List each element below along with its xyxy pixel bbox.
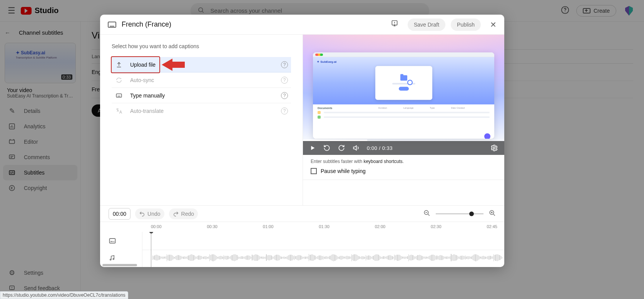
- zoom-in-icon[interactable]: [489, 210, 496, 218]
- time-label: 02:00: [375, 224, 386, 229]
- time-label: 02:45: [487, 224, 497, 229]
- help-icon[interactable]: ?: [281, 108, 288, 114]
- upload-icon: [115, 61, 123, 68]
- playhead[interactable]: [151, 232, 151, 267]
- save-draft-button[interactable]: Save Draft: [408, 18, 445, 31]
- caption-method-prompt: Select how you want to add captions: [112, 43, 291, 49]
- option-type-manually[interactable]: Type manually ?: [112, 88, 291, 103]
- option-label: Auto-translate: [130, 108, 274, 114]
- zoom-slider[interactable]: [436, 213, 483, 214]
- player-time: 0:00 / 0:33: [367, 145, 393, 151]
- publish-button[interactable]: Publish: [451, 18, 481, 31]
- redo-button[interactable]: Redo: [169, 208, 198, 219]
- svg-point-20: [113, 259, 114, 260]
- play-button[interactable]: [309, 144, 316, 151]
- status-bar-url: https://studio.youtube.com/video/DbuveOe…: [0, 291, 128, 299]
- option-label: Type manually: [130, 92, 274, 99]
- zoom-out-icon[interactable]: [423, 210, 430, 218]
- option-auto-sync[interactable]: Auto-sync ?: [112, 72, 291, 88]
- help-icon[interactable]: ?: [281, 61, 288, 68]
- svg-point-15: [493, 147, 495, 149]
- option-upload-file[interactable]: Upload file ?: [112, 57, 291, 72]
- annotation-arrow: [161, 55, 186, 75]
- video-preview: SubEasy.ai Documents DurationLanguageTyp…: [303, 35, 504, 155]
- keyboard-shortcuts-link[interactable]: keyboard shortcuts: [363, 159, 402, 164]
- rewind-10-icon[interactable]: [323, 144, 331, 152]
- timecode-field[interactable]: 00:00: [109, 208, 130, 220]
- preview-app-window: SubEasy.ai Documents DurationLanguageTyp…: [313, 52, 494, 139]
- time-label: 00:30: [207, 224, 217, 229]
- autosync-icon: [115, 77, 123, 84]
- volume-icon[interactable]: [352, 144, 360, 152]
- close-button[interactable]: ✕: [490, 20, 497, 29]
- time-label: 00:00: [151, 224, 162, 229]
- undo-button[interactable]: Undo: [135, 208, 164, 219]
- pause-while-typing-checkbox[interactable]: [311, 168, 317, 174]
- subtitle-editor-modal: French (France) Save Draft Publish ✕ Sel…: [100, 15, 504, 267]
- forward-10-icon[interactable]: [338, 144, 345, 152]
- pause-label: Pause while typing: [321, 168, 366, 174]
- svg-marker-13: [162, 59, 185, 71]
- option-label: Auto-sync: [130, 77, 274, 83]
- report-icon[interactable]: [391, 20, 398, 29]
- translate-icon: [115, 108, 123, 114]
- svg-point-12: [394, 24, 395, 25]
- subtitles-icon: [108, 22, 116, 28]
- option-label: Upload file: [130, 62, 274, 68]
- option-auto-translate[interactable]: Auto-translate ?: [112, 103, 291, 119]
- modal-title: French (France): [122, 20, 385, 29]
- svg-rect-14: [116, 94, 122, 97]
- keyboard-hint: Enter subtitles faster with keyboard sho…: [303, 155, 504, 164]
- svg-rect-18: [110, 239, 115, 243]
- keyboard-icon: [115, 92, 123, 99]
- timeline-scrollbar[interactable]: [102, 264, 137, 266]
- captions-track-icon: [100, 232, 142, 250]
- svg-point-19: [110, 259, 111, 260]
- time-label: 01:30: [319, 224, 330, 229]
- time-label: 02:30: [431, 224, 442, 229]
- help-icon[interactable]: ?: [281, 77, 288, 84]
- subtitle-timeline[interactable]: 00:00 00:30 01:00 01:30 02:00 02:30 02:4…: [100, 222, 504, 267]
- player-settings-icon[interactable]: [490, 144, 498, 152]
- help-icon[interactable]: ?: [281, 92, 288, 99]
- time-label: 01:00: [263, 224, 274, 229]
- waveform: [152, 254, 503, 262]
